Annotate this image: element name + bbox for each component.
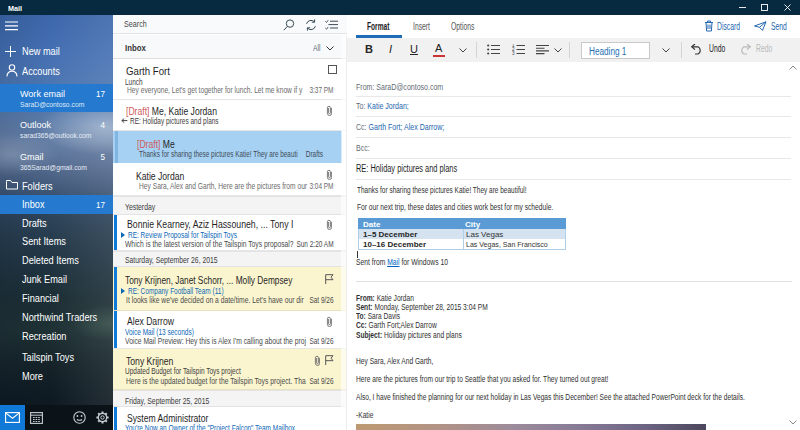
svg-text:3: 3 <box>512 51 515 55</box>
